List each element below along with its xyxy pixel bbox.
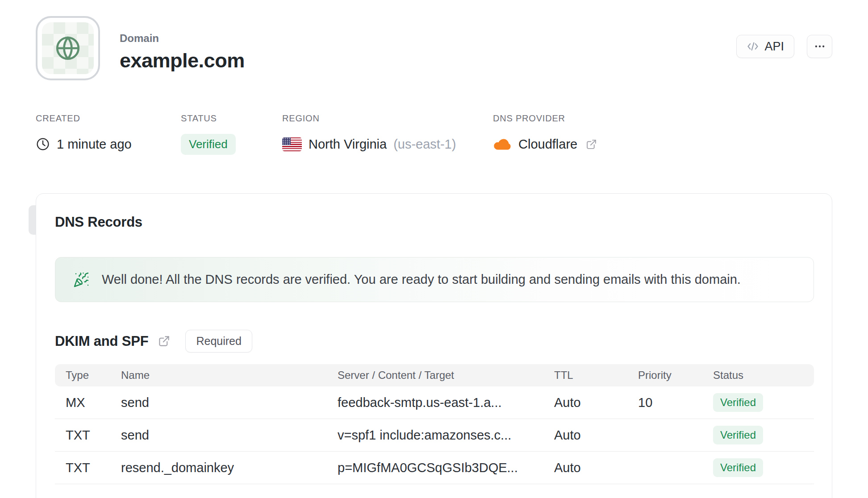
external-link-icon[interactable] <box>158 335 170 347</box>
status-label: STATUS <box>181 113 282 124</box>
table-row: MX send feedback-smtp.us-east-1.a... Aut… <box>55 386 814 419</box>
cell-priority: 10 <box>638 395 713 410</box>
column-header-ttl: TTL <box>554 369 638 382</box>
api-button[interactable]: API <box>736 35 794 58</box>
cell-ttl: Auto <box>554 461 638 475</box>
verified-badge: Verified <box>713 458 763 477</box>
ellipsis-icon <box>814 41 826 52</box>
cell-status: Verified <box>713 426 814 444</box>
verified-badge: Verified <box>713 426 763 444</box>
cell-type: MX <box>55 395 121 410</box>
domain-avatar <box>36 16 100 80</box>
meta-created: CREATED 1 minute ago <box>36 113 181 155</box>
cell-ttl: Auto <box>554 428 638 443</box>
dns-records-table: Type Name Server / Content / Target TTL … <box>55 364 814 484</box>
clock-icon <box>36 137 50 151</box>
party-popper-icon <box>73 272 89 288</box>
created-label: CREATED <box>36 113 181 124</box>
column-header-status: Status <box>713 369 814 382</box>
api-button-label: API <box>764 40 784 54</box>
dkim-spf-section-header: DKIM and SPF Required <box>55 330 814 353</box>
column-header-priority: Priority <box>638 369 713 382</box>
title-block: Domain example.com <box>120 16 245 72</box>
column-header-name: Name <box>121 369 338 382</box>
cloudflare-cloud-icon <box>493 137 512 151</box>
created-value: 1 minute ago <box>57 137 132 152</box>
cell-content: p=MIGfMA0GCSqGSIb3DQE... <box>338 461 554 475</box>
meta-region: REGION North Virginia (us-east-1) <box>282 113 493 155</box>
dns-records-heading: DNS Records <box>55 214 814 230</box>
dns-provider-value: Cloudflare <box>518 137 577 152</box>
success-banner-text: Well done! All the DNS records are verif… <box>102 272 741 287</box>
cell-type: TXT <box>55 461 121 475</box>
dns-provider-label: DNS PROVIDER <box>493 113 597 124</box>
table-row: TXT resend._domainkey p=MIGfMA0GCSqGSIb3… <box>55 452 814 484</box>
cell-content: feedback-smtp.us-east-1.a... <box>338 395 554 410</box>
header-actions: API <box>736 16 832 58</box>
more-options-button[interactable] <box>807 35 832 58</box>
external-link-icon[interactable] <box>586 139 597 150</box>
table-row: TXT send v=spf1 include:amazonses.c... A… <box>55 419 814 452</box>
cell-name: send <box>121 395 338 410</box>
column-header-type: Type <box>55 369 121 382</box>
cell-name: resend._domainkey <box>121 461 338 475</box>
success-banner: Well done! All the DNS records are verif… <box>55 257 814 302</box>
cell-content: v=spf1 include:amazonses.c... <box>338 428 554 443</box>
meta-dns-provider: DNS PROVIDER Cloudflare <box>493 113 597 155</box>
cell-type: TXT <box>55 428 121 443</box>
table-header-row: Type Name Server / Content / Target TTL … <box>55 364 814 386</box>
page-title: example.com <box>120 49 245 72</box>
cell-ttl: Auto <box>554 395 638 410</box>
region-value: North Virginia <box>309 137 387 152</box>
code-icon <box>747 40 759 53</box>
entity-label: Domain <box>120 32 245 45</box>
region-label: REGION <box>282 113 493 124</box>
required-badge: Required <box>185 330 252 353</box>
us-flag-icon <box>282 137 302 151</box>
domain-detail-page: Domain example.com API <box>0 0 868 498</box>
column-header-content: Server / Content / Target <box>338 369 554 382</box>
domain-meta-row: CREATED 1 minute ago STATUS Verified REG… <box>36 113 832 155</box>
region-code: (us-east-1) <box>393 137 456 152</box>
cell-status: Verified <box>713 393 814 412</box>
dns-records-card: DNS Records Well done! All the DNS recor… <box>36 193 832 498</box>
cell-status: Verified <box>713 458 814 477</box>
status-badge: Verified <box>181 134 236 155</box>
cell-name: send <box>121 428 338 443</box>
meta-status: STATUS Verified <box>181 113 282 155</box>
page-header: Domain example.com API <box>36 0 832 80</box>
globe-icon <box>54 34 82 62</box>
dkim-spf-heading: DKIM and SPF <box>55 333 148 349</box>
verified-badge: Verified <box>713 393 763 412</box>
